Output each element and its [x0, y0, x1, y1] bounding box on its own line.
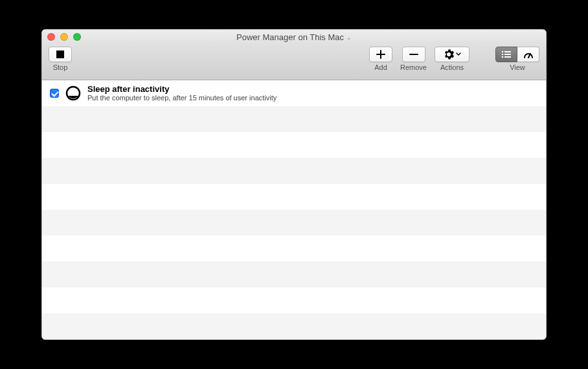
toolbar-actions-group: Actions — [435, 47, 469, 71]
close-button[interactable] — [47, 33, 55, 41]
toolbar-add-group: Add — [369, 47, 392, 71]
list-item[interactable] — [42, 262, 546, 287]
remove-label: Remove — [400, 63, 427, 71]
minimize-button[interactable] — [60, 33, 68, 41]
app-window: Power Manager on This Mac ⌄ Stop Add — [41, 29, 547, 340]
chevron-down-icon: ⌄ — [346, 34, 352, 41]
item-description: Put the computer to sleep, after 15 minu… — [87, 94, 277, 102]
toolbar: Stop Add Remove — [42, 44, 546, 80]
sleep-icon — [65, 85, 81, 101]
list-item[interactable] — [42, 158, 546, 184]
list-item[interactable] — [42, 132, 546, 158]
view-label: View — [510, 63, 525, 71]
item-title: Sleep after inactivity — [87, 84, 277, 95]
svg-point-4 — [502, 56, 504, 58]
list-item[interactable] — [42, 313, 546, 339]
remove-button[interactable] — [402, 47, 425, 62]
item-text: Sleep after inactivity Put the computer … — [87, 84, 277, 103]
toolbar-remove-group: Remove — [400, 47, 427, 71]
plus-icon — [376, 50, 385, 59]
minus-icon — [409, 50, 418, 59]
list-item[interactable]: Sleep after inactivity Put the computer … — [42, 80, 546, 106]
gear-icon — [444, 49, 454, 60]
traffic-lights — [47, 33, 81, 41]
window-title-text: Power Manager on This Mac — [236, 32, 344, 42]
add-label: Add — [374, 63, 387, 71]
list-item[interactable] — [42, 184, 546, 210]
list-item[interactable] — [42, 287, 546, 313]
view-gauge-button[interactable] — [517, 47, 539, 62]
list-icon — [501, 50, 512, 58]
add-button[interactable] — [369, 47, 392, 62]
list-item[interactable] — [42, 106, 546, 132]
actions-label: Actions — [440, 63, 464, 71]
item-enable-checkbox[interactable] — [50, 89, 59, 98]
svg-rect-3 — [504, 54, 511, 55]
gauge-icon — [523, 50, 534, 59]
list-item[interactable] — [42, 236, 546, 262]
stop-icon — [56, 50, 64, 58]
list-item[interactable] — [42, 210, 546, 236]
svg-rect-5 — [504, 56, 511, 58]
svg-point-2 — [502, 54, 504, 56]
title-bar[interactable]: Power Manager on This Mac ⌄ — [42, 30, 546, 44]
chevron-down-icon — [456, 52, 461, 56]
view-list-button[interactable] — [495, 47, 517, 62]
window-title[interactable]: Power Manager on This Mac ⌄ — [42, 32, 546, 42]
stop-button[interactable] — [49, 47, 72, 62]
view-segmented-control — [495, 47, 539, 62]
svg-rect-1 — [504, 51, 511, 52]
toolbar-view-group: View — [495, 47, 539, 71]
svg-point-0 — [502, 51, 504, 53]
schedule-list[interactable]: Sleep after inactivity Put the computer … — [42, 80, 546, 339]
actions-button[interactable] — [435, 47, 469, 62]
zoom-button[interactable] — [73, 33, 81, 41]
stop-label: Stop — [53, 63, 68, 71]
toolbar-stop-group: Stop — [49, 47, 72, 71]
